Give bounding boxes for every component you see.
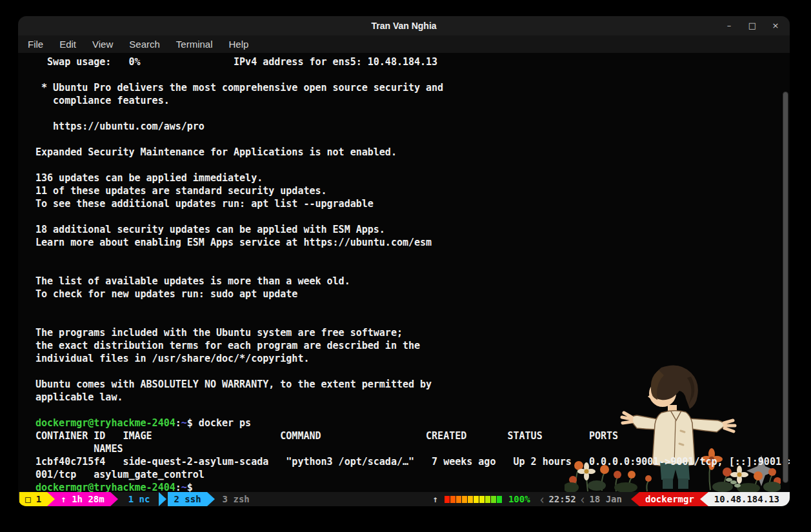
terminal-line: To check for new updates run: sudo apt u…: [35, 288, 790, 300]
battery-cell: [479, 496, 485, 503]
terminal-line: [35, 365, 790, 378]
window-title: Tran Van Nghia: [371, 21, 436, 31]
powerline-separator: [207, 492, 215, 506]
terminal-line: [35, 210, 790, 223]
tmux-uptime: ↑ 1h 28m: [55, 492, 110, 506]
terminal-line: [35, 107, 790, 120]
terminal-line: NAMES: [35, 442, 790, 455]
upload-arrow-icon: ↑: [432, 494, 437, 504]
minimize-icon[interactable]: –: [724, 16, 734, 35]
terminal-line: [35, 133, 790, 146]
terminal-line: [35, 262, 790, 275]
menu-bar: File Edit View Search Terminal Help: [18, 35, 790, 53]
battery-cell: [491, 496, 496, 503]
terminal-line: https://ubuntu.com/aws/pro: [35, 120, 790, 133]
chevron-separator-icon: ‹: [540, 492, 545, 506]
terminal-line: individual files in /usr/share/doc/*/cop…: [35, 352, 790, 365]
terminal-line: dockermgr@tryhackme-2404:~$ docker ps: [35, 417, 790, 429]
powerline-separator: [47, 492, 55, 506]
terminal-line: [35, 404, 790, 417]
tmux-window-1-nc[interactable]: 1 nc: [128, 494, 150, 504]
close-icon[interactable]: ×: [770, 16, 781, 35]
menu-help[interactable]: Help: [229, 39, 249, 50]
powerline-separator: [159, 492, 166, 506]
battery-cell: [462, 496, 467, 503]
terminal-line: [35, 300, 790, 313]
powerline-separator: [631, 492, 639, 506]
terminal-viewport[interactable]: Swap usage: 0% IPv4 address for ens5: 10…: [18, 53, 790, 492]
battery-cell: [497, 496, 502, 503]
battery-percentage: 100%: [508, 494, 530, 504]
battery-cell: [456, 496, 461, 503]
menu-file[interactable]: File: [28, 39, 43, 50]
tmux-status-right: ↑ 100% ‹ 22:52 ‹ 18 Jan dockermgr 10.48.…: [432, 492, 790, 506]
terminal-line: [35, 159, 790, 172]
menu-terminal[interactable]: Terminal: [176, 39, 213, 50]
terminal-line: * Ubuntu Pro delivers the most comprehen…: [35, 81, 790, 94]
battery-indicator: [445, 496, 502, 503]
powerline-separator: [700, 492, 708, 506]
terminal-line: dockermgr@tryhackme-2404:~$: [35, 481, 790, 492]
window-controls: – □ ×: [724, 16, 781, 35]
menu-view[interactable]: View: [92, 39, 113, 50]
battery-cell: [474, 496, 479, 503]
terminal-line: [35, 68, 790, 81]
clock: 22:52: [548, 494, 576, 504]
terminal-line: 136 updates can be applied immediately.: [35, 172, 790, 184]
scrollbar-thumb[interactable]: [783, 92, 788, 483]
terminal-line: 1cbf40c715f4 side-quest-2-asylum-scada "…: [35, 455, 790, 468]
terminal-line: CONTAINER ID IMAGE COMMAND CREATED STATU…: [35, 429, 790, 442]
terminal-line: compliance features.: [35, 94, 790, 107]
date: 18 Jan: [589, 494, 622, 504]
terminal-line: Swap usage: 0% IPv4 address for ens5: 10…: [35, 55, 790, 68]
battery-cell: [485, 496, 490, 503]
terminal-line: applicable law.: [35, 391, 790, 404]
terminal-line: The list of available updates is more th…: [35, 275, 790, 288]
terminal-line: To see these additional updates run: apt…: [35, 197, 790, 210]
tmux-hostname: dockermgr: [639, 492, 700, 506]
menu-edit[interactable]: Edit: [59, 39, 76, 50]
terminal-line: Ubuntu comes with ABSOLUTELY NO WARRANTY…: [35, 378, 790, 391]
scrollbar[interactable]: [783, 92, 788, 488]
terminal-line: the exact distribution terms for each pr…: [35, 339, 790, 352]
terminal-text: Swap usage: 0% IPv4 address for ens5: 10…: [18, 53, 790, 492]
terminal-line: 001/tcp asylum_gate_control: [35, 468, 790, 481]
terminal-line: [35, 313, 790, 326]
chevron-separator-icon: ‹: [581, 492, 585, 506]
tmux-window-2-ssh-active[interactable]: 2 ssh: [168, 492, 206, 506]
battery-cell: [445, 496, 450, 503]
maximize-icon[interactable]: □: [747, 16, 757, 35]
terminal-line: [35, 249, 790, 262]
terminal-window: Tran Van Nghia – □ × File Edit View Sear…: [18, 16, 790, 506]
tmux-status-bar: □ 1 ↑ 1h 28m 1 nc 2 ssh 3 zsh ↑ 100% ‹ 2…: [18, 492, 790, 506]
terminal-line: Learn more about enabling ESM Apps servi…: [35, 236, 790, 249]
menu-search[interactable]: Search: [129, 39, 160, 50]
tmux-window-3-zsh[interactable]: 3 zsh: [223, 494, 250, 504]
powerline-separator: [110, 492, 118, 506]
battery-cell: [468, 496, 473, 503]
terminal-line: The programs included with the Ubuntu sy…: [35, 326, 790, 339]
terminal-line: 11 of these updates are standard securit…: [35, 184, 790, 197]
tmux-ip-address: 10.48.184.13: [708, 492, 790, 506]
tmux-session-indicator[interactable]: □ 1: [19, 492, 47, 506]
title-bar[interactable]: Tran Van Nghia – □ ×: [18, 16, 790, 35]
battery-cell: [450, 496, 456, 503]
terminal-line: Expanded Security Maintenance for Applic…: [35, 146, 790, 159]
terminal-line: 18 additional security updates can be ap…: [35, 223, 790, 236]
